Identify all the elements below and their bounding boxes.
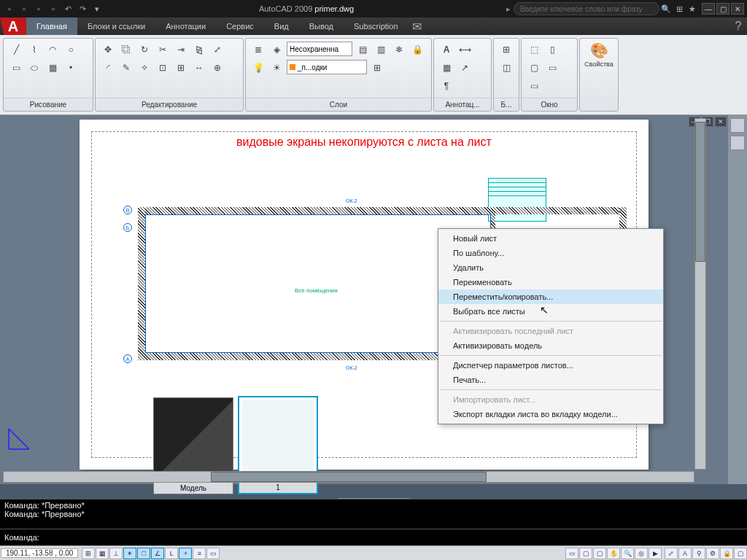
dim-icon[interactable]: ⟷ — [457, 42, 473, 58]
panel-block-title[interactable]: Б... — [494, 98, 519, 111]
trim-icon[interactable]: ✂ — [155, 42, 171, 58]
tab-view[interactable]: Вид — [264, 18, 299, 35]
lock-ui-button[interactable]: 🔒 — [720, 548, 733, 559]
qat-save-icon[interactable]: ▫ — [32, 2, 45, 15]
anno-scale-button[interactable]: ⤢ — [665, 548, 678, 559]
offset-icon[interactable]: ⊡ — [155, 60, 171, 76]
minimize-button[interactable]: — — [702, 3, 715, 15]
panel-layers-title[interactable]: Слои — [246, 98, 431, 111]
qat-new-icon[interactable]: ▫ — [3, 2, 16, 15]
array-icon[interactable]: ⊞ — [173, 60, 189, 76]
ctx-select-all[interactable]: Выбрать все листы — [438, 304, 663, 319]
ctx-delete[interactable]: Удалить — [438, 260, 663, 275]
ducs-toggle[interactable]: L — [165, 548, 178, 559]
qat-redo-icon[interactable]: ↷ — [76, 2, 89, 15]
layer-freeze-icon[interactable]: ❄ — [391, 42, 407, 58]
tab-home[interactable]: Главная — [26, 18, 77, 35]
layer-state-combo[interactable]: Несохраненна — [287, 42, 352, 56]
extend-icon[interactable]: ⇥ — [173, 42, 189, 58]
infocenter-search[interactable]: Введите ключевое слово или фразу — [514, 2, 659, 15]
scrollbar-horizontal[interactable] — [3, 471, 694, 483]
layer-lock-icon[interactable]: 🔒 — [409, 42, 425, 58]
layer-match-icon[interactable]: ⊞ — [369, 60, 385, 76]
erase-icon[interactable]: ✎ — [118, 60, 134, 76]
panel-draw-title[interactable]: Рисование — [4, 98, 93, 111]
tab-tools[interactable]: Сервис — [216, 18, 264, 35]
favorites-icon[interactable]: ★ — [686, 2, 699, 15]
tab-annotate[interactable]: Аннотации — [155, 18, 216, 35]
layer-state-icon[interactable]: ◈ — [268, 42, 285, 58]
tab-output[interactable]: Вывод — [299, 18, 344, 35]
quickview-layouts-button[interactable]: ▢ — [579, 548, 592, 559]
fillet-icon[interactable]: ◜ — [100, 60, 116, 76]
maximize-button[interactable]: ▢ — [716, 3, 729, 15]
scale-icon[interactable]: ⤢ — [209, 42, 225, 58]
tab-subscription[interactable]: Subscription — [344, 18, 409, 35]
ctx-from-template[interactable]: По шаблону... — [438, 246, 663, 260]
palette-button[interactable] — [730, 118, 745, 133]
close-button[interactable]: ✕ — [731, 3, 744, 15]
search-icon[interactable]: 🔍 — [659, 2, 673, 15]
qat-undo-icon[interactable]: ↶ — [61, 2, 74, 15]
osnap-toggle[interactable]: □ — [137, 548, 150, 559]
panel-modify-title[interactable]: Редактирование — [96, 98, 243, 111]
comm-center-icon[interactable]: ⊞ — [673, 2, 686, 15]
app-menu-button[interactable]: A — [0, 18, 26, 35]
layer-iso-icon[interactable]: ▤ — [355, 42, 371, 58]
ctx-new-layout[interactable]: Новый лист — [438, 231, 663, 246]
anno-auto-button[interactable]: ⚲ — [692, 548, 705, 559]
zoom-button[interactable]: 🔍 — [621, 548, 634, 559]
ctx-plot[interactable]: Печать... — [438, 373, 663, 387]
snap-toggle[interactable]: ⊞ — [82, 548, 95, 559]
grid-toggle[interactable]: ▦ — [96, 548, 109, 559]
otrack-toggle[interactable]: ∠ — [151, 548, 164, 559]
quickview-drawings-button[interactable]: ▢ — [593, 548, 606, 559]
model-button[interactable]: ▭ — [565, 548, 578, 559]
layer-props-icon[interactable]: ≣ — [250, 42, 266, 58]
command-window[interactable]: Команда: *Прервано* Команда: *Прервано* … — [0, 499, 747, 545]
qat-print-icon[interactable]: ▫ — [47, 2, 60, 15]
scrollbar-vertical[interactable] — [694, 118, 706, 470]
ctx-activate-model[interactable]: Активизировать модель — [438, 338, 663, 353]
qat-more-icon[interactable]: ▾ — [90, 2, 104, 15]
text-icon[interactable]: A — [438, 42, 454, 58]
tile-h-icon[interactable]: ⬚ — [526, 42, 542, 58]
layer-thaw-icon[interactable]: ☀ — [268, 60, 285, 76]
polar-toggle[interactable]: ✶ — [123, 548, 136, 559]
vp-icon[interactable]: ▭ — [544, 60, 560, 76]
tab-blocks[interactable]: Блоки и ссылки — [77, 18, 155, 35]
lwt-toggle[interactable]: ≡ — [193, 548, 206, 559]
mleader-icon[interactable]: ↗ — [457, 60, 473, 76]
ctx-page-setup[interactable]: Диспетчер параметров листов... — [438, 358, 663, 373]
layer-off-icon[interactable]: ▥ — [373, 42, 389, 58]
hatch-icon[interactable]: ▦ — [44, 60, 61, 76]
panel-window-title[interactable]: Окно — [522, 98, 577, 111]
doc-close-button[interactable]: ✕ — [715, 117, 727, 127]
rotate-icon[interactable]: ↻ — [136, 42, 152, 58]
explode-icon[interactable]: ✧ — [136, 60, 152, 76]
move-icon[interactable]: ✥ — [100, 42, 116, 58]
rect-icon[interactable]: ▭ — [8, 60, 24, 76]
clean-screen-button[interactable]: ▢ — [734, 548, 747, 559]
dyn-toggle[interactable]: + — [179, 548, 192, 559]
arc-icon[interactable]: ◠ — [44, 42, 61, 58]
table-icon[interactable]: ▦ — [438, 60, 454, 76]
command-input[interactable]: Команда: — [0, 529, 747, 545]
help-icon[interactable]: ? — [729, 18, 747, 35]
coordinates-display[interactable]: 190.11, -13.58 , 0.00 — [1, 548, 78, 558]
steering-button[interactable]: ◎ — [635, 548, 648, 559]
properties-button[interactable]: 🎨 Свойства — [584, 42, 614, 68]
mail-icon[interactable]: ✉ — [409, 18, 426, 35]
qp-toggle[interactable]: ▭ — [206, 548, 220, 559]
layer-filter-combo[interactable]: _п...одки — [287, 60, 367, 74]
ctx-export-layout[interactable]: Экспорт вкладки листа во вкладку модели.… — [438, 407, 663, 421]
tile-v-icon[interactable]: ▯ — [544, 42, 560, 58]
vp2-icon[interactable]: ▭ — [526, 78, 542, 94]
pan-button[interactable]: ✋ — [607, 548, 620, 559]
cascade-icon[interactable]: ▢ — [526, 60, 542, 76]
workspace-button[interactable]: ⚙ — [706, 548, 719, 559]
copy-icon[interactable]: ⿻ — [118, 42, 134, 58]
mtext-icon[interactable]: ¶ — [438, 78, 454, 94]
pline-icon[interactable]: ⌇ — [26, 42, 42, 58]
circle-icon[interactable]: ○ — [63, 42, 79, 58]
